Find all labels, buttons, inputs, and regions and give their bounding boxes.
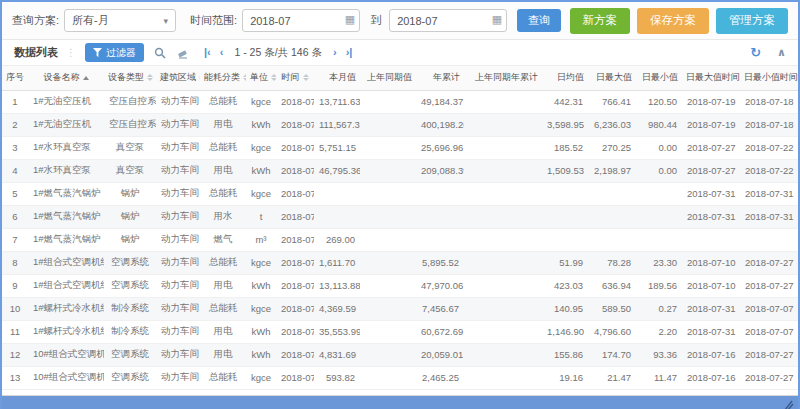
column-header-1[interactable]: 序号: [2, 66, 28, 90]
data-table: 序号设备名称设备类型建筑区域能耗分类单位时间本月值上年同期值年累计上年同期年累计…: [2, 66, 798, 390]
column-header-label: 时间: [282, 72, 300, 82]
table-row[interactable]: 51#燃气蒸汽锅炉锅炉动力车间总能耗kgce2018-072018-07-312…: [2, 182, 798, 205]
table-cell: 锅炉: [104, 228, 156, 251]
table-row[interactable]: 1310#组合式空调机组空调系统动力车间总能耗kgce2018-07593.82…: [2, 366, 798, 389]
table-cell: 总能耗: [200, 90, 246, 113]
table-cell: 2018-07: [276, 297, 314, 320]
time-from-input[interactable]: [242, 9, 360, 32]
column-header-6[interactable]: 单位: [246, 66, 276, 90]
table-cell: 1#组合式空调机组: [28, 274, 104, 297]
table-cell: 636.94: [588, 274, 636, 297]
drag-handle-icon[interactable]: ⋮: [66, 47, 77, 58]
table-row[interactable]: 71#燃气蒸汽锅炉锅炉动力车间燃气m³2018-07269.00: [2, 228, 798, 251]
table-cell: 49,184.37: [416, 90, 464, 113]
table-row[interactable]: 111#螺杆式冷水机组制冷系统动力车间用电kWh2018-0735,553.99…: [2, 320, 798, 343]
panel-title: 数据列表: [14, 45, 58, 60]
query-toolbar: 查询方案: 所有-月 ▾ 时间范围: ▦ 到 ▦ 查询 新方案 保存方案 管理方…: [2, 2, 798, 40]
table-row[interactable]: 21#无油空压机空压自控系统动力车间用电kWh2018-07111,567.35…: [2, 113, 798, 136]
table-cell: 动力车间: [156, 274, 200, 297]
table-cell: 1#水环真空泵: [28, 159, 104, 182]
table-cell: [360, 274, 416, 297]
column-header-9[interactable]: 上年同期值: [360, 66, 416, 90]
column-header-10[interactable]: 年累计: [416, 66, 464, 90]
table-cell: m³: [246, 228, 276, 251]
table-cell: 189.56: [636, 274, 682, 297]
collapse-panel-icon[interactable]: ∧: [777, 46, 786, 59]
table-cell: 用电: [200, 343, 246, 366]
table-cell: kgce: [246, 366, 276, 389]
table-cell: 动力车间: [156, 90, 200, 113]
time-from-wrapper: ▦: [242, 9, 360, 32]
column-header-7[interactable]: 时间: [276, 66, 314, 90]
table-row[interactable]: 61#燃气蒸汽锅炉锅炉动力车间用水t2018-072018-07-312018-…: [2, 205, 798, 228]
sort-icon: [199, 74, 200, 81]
column-header-5[interactable]: 能耗分类: [200, 66, 246, 90]
table-cell: [464, 182, 542, 205]
table-cell: [360, 320, 416, 343]
table-cell: 1#组合式空调机组: [28, 251, 104, 274]
new-plan-button[interactable]: 新方案: [570, 8, 631, 34]
next-page-button[interactable]: ›: [333, 47, 337, 58]
table-cell: 总能耗: [200, 366, 246, 389]
search-icon[interactable]: [154, 47, 166, 59]
table-cell: 用水: [200, 205, 246, 228]
table-cell: 1,146.90: [542, 320, 588, 343]
table-cell: 空调系统: [104, 274, 156, 297]
column-header-8[interactable]: 本月值: [314, 66, 360, 90]
table-cell: 锅炉: [104, 205, 156, 228]
table-cell: kWh: [246, 320, 276, 343]
table-cell: [416, 228, 464, 251]
column-header-label: 日最大值时间: [686, 72, 740, 82]
filter-button[interactable]: 过滤器: [85, 43, 144, 62]
column-header-4[interactable]: 建筑区域: [156, 66, 200, 90]
search-button[interactable]: 查询: [517, 9, 561, 32]
table-row[interactable]: 81#组合式空调机组空调系统动力车间总能耗kgce2018-071,611.70…: [2, 251, 798, 274]
query-plan-label: 查询方案:: [12, 13, 59, 28]
chevron-down-icon: ▾: [164, 16, 169, 26]
column-header-14[interactable]: 日最小值: [636, 66, 682, 90]
last-page-button[interactable]: ›|: [346, 47, 353, 58]
data-list-toolbar: 数据列表 ⋮ 过滤器 |‹ ‹ 1 - 25 条/共 146 条 › ›| ↻ …: [2, 40, 798, 66]
time-to-input[interactable]: [389, 9, 507, 32]
table-row[interactable]: 1210#组合式空调机组空调系统动力车间用电kWh2018-074,831.69…: [2, 343, 798, 366]
table-row[interactable]: 101#螺杆式冷水机组制冷系统动力车间总能耗kgce2018-074,369.5…: [2, 297, 798, 320]
column-header-11[interactable]: 上年同期年累计: [464, 66, 542, 90]
table-cell: 真空泵: [104, 136, 156, 159]
column-header-12[interactable]: 日均值: [542, 66, 588, 90]
table-cell: 10#组合式空调机组: [28, 366, 104, 389]
column-header-15[interactable]: 日最大值时间: [682, 66, 740, 90]
table-cell: [464, 297, 542, 320]
column-header-label: 日最小值时间: [744, 72, 798, 82]
table-cell: 3: [2, 136, 28, 159]
eraser-icon[interactable]: [176, 47, 188, 59]
column-header-13[interactable]: 日最大值: [588, 66, 636, 90]
column-header-label: 日最大值: [596, 72, 632, 82]
query-plan-select[interactable]: 所有-月 ▾: [64, 9, 176, 32]
table-cell: 93.36: [636, 343, 682, 366]
save-plan-button[interactable]: 保存方案: [637, 8, 709, 34]
table-cell: 6: [2, 205, 28, 228]
table-cell: [464, 205, 542, 228]
refresh-icon[interactable]: ↻: [750, 45, 761, 60]
table-cell: 2018-07-27: [682, 136, 740, 159]
table-row[interactable]: 91#组合式空调机组空调系统动力车间用电kWh2018-0713,113.884…: [2, 274, 798, 297]
table-row[interactable]: 11#无油空压机空压自控系统动力车间总能耗kgce2018-0713,711.6…: [2, 90, 798, 113]
horizontal-scrollbar[interactable]: [2, 395, 798, 409]
column-header-2[interactable]: 设备名称: [28, 66, 104, 90]
manage-plan-button[interactable]: 管理方案: [716, 8, 788, 34]
column-header-3[interactable]: 设备类型: [104, 66, 156, 90]
table-cell: 0.00: [636, 136, 682, 159]
table-row[interactable]: 41#水环真空泵真空泵动力车间用电kWh2018-0746,795.36209,…: [2, 159, 798, 182]
column-header-16[interactable]: 日最小值时间: [740, 66, 798, 90]
table-cell: 11.47: [636, 366, 682, 389]
table-cell: 0.27: [636, 297, 682, 320]
table-cell: 46,795.36: [314, 159, 360, 182]
table-cell: 8: [2, 251, 28, 274]
table-cell: 2018-07-22: [740, 136, 798, 159]
first-page-button[interactable]: |‹: [204, 47, 211, 58]
table-cell: 400,198.26: [416, 113, 464, 136]
table-row[interactable]: 31#水环真空泵真空泵动力车间总能耗kgce2018-075,751.1525,…: [2, 136, 798, 159]
app-window: 查询方案: 所有-月 ▾ 时间范围: ▦ 到 ▦ 查询 新方案 保存方案 管理方…: [0, 0, 800, 409]
prev-page-button[interactable]: ‹: [220, 47, 224, 58]
resize-grip-icon[interactable]: [782, 397, 794, 409]
